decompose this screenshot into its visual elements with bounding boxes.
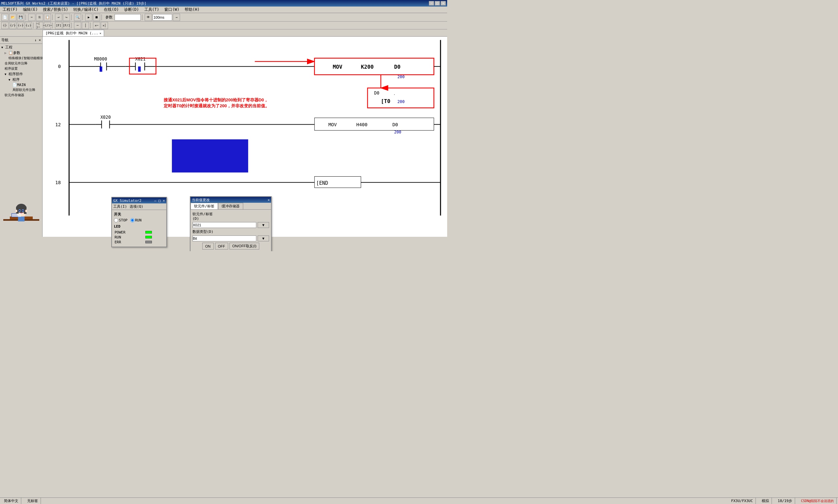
menu-tools[interactable]: 工具(T) [143,6,161,13]
func-button[interactable]: [F] [55,22,62,29]
tree-special-module[interactable]: 特殊模块(智能功能模块) [1,56,41,61]
paste-button[interactable]: 📋 [44,14,51,21]
gx-stop-radio[interactable]: STOP [114,218,128,222]
led-power-row: POWER [114,230,164,235]
tree-global-label: 全局软元件注释 [4,61,28,66]
nc-contact-button[interactable]: ┤/├ [9,22,16,29]
del-vline[interactable]: ✕│ [101,22,108,29]
vc-type-label: 数据类型(D) [192,229,215,234]
menu-help[interactable]: 帮助(H) [183,6,201,13]
tree-prog-parts[interactable]: ▼ 程序部件 [1,71,41,77]
t0-d0-label: D0 [374,91,379,95]
vc-tab-buffer[interactable]: 缓冲存储器 [218,203,243,209]
param-label: 参数 [104,15,114,20]
gx-sim-menu-options[interactable]: 选项(Q) [129,204,143,209]
vc-on-off-buttons: ON OFF ON/OFF取反(I) [192,243,269,250]
func2-button[interactable]: [F/] [63,22,70,29]
tree-device-label: 软元件存储器 [4,93,24,97]
cut-button[interactable]: ✂ [28,14,35,21]
pos-edge-button[interactable]: ┤↑├ [17,22,24,29]
tree-prog-setting[interactable]: 程序设置 [1,66,41,71]
vc-range-label: 可输入范围 [192,251,269,251]
stop-button[interactable]: ⏹ [93,14,100,21]
mov-op: MOV [333,64,342,70]
neg-edge-button[interactable]: ┤↓├ [25,22,32,29]
stop-radio-input[interactable] [114,218,118,222]
copy-button[interactable]: ⎘ [36,14,43,21]
vc-close-btn[interactable]: × [267,198,270,202]
tree-main[interactable]: 📄 MAIN [1,83,41,87]
tab-close-button[interactable]: × [100,32,101,35]
coil-button[interactable]: ─( )─ [36,22,43,29]
tree-local-comment[interactable]: 局部软元件注释 [1,87,41,93]
menu-search[interactable]: 搜索/替换(S) [41,6,69,13]
x020-label: X020 [101,115,111,120]
vc-tab-device[interactable]: 软元件/标签 [191,203,218,209]
sidebar-pin[interactable]: ↓ × [34,38,41,42]
vc-on-button[interactable]: ON [202,243,214,250]
mov-arg1: K200 [361,64,374,70]
arrow-right[interactable]: → [173,14,180,21]
led-section-label: LED [114,224,164,229]
m8000-label: M8000 [94,57,107,61]
vc-off-button[interactable]: OFF [215,243,228,250]
tree-main-icon: 📄 [13,83,17,87]
search-button[interactable]: 🔍 [74,14,81,21]
vc-type-input[interactable] [192,235,256,241]
vc-device-input-row: ▼ [192,222,269,228]
d0-value-12: 200 [394,130,401,134]
tree-param[interactable]: ▷ 📋 参数 [1,50,41,56]
menu-online[interactable]: 在线(O) [103,6,120,13]
run-radio-input[interactable] [130,218,135,222]
vc-device-label: 软元件/标签(D) [192,212,215,221]
gx-sim-controls[interactable]: — □ × [154,199,165,203]
time-input[interactable] [153,14,172,21]
run-label: RUN [135,218,142,222]
tree-special-label: 特殊模块(智能功能模块) [8,56,45,60]
menu-convert[interactable]: 转换/编译(C) [72,6,100,13]
annotation-text: 接通X021后MOV指令将十进制的200给到了寄存器D0， 定时器T0的计时接通… [164,97,269,109]
tree-project[interactable]: ▼ 工程 [1,44,41,50]
tree-device-mem[interactable]: 软元件存储器 [1,93,41,98]
menu-window[interactable]: 窗口(W) [163,6,181,13]
mov2-arg1: H400 [356,122,367,127]
rung-18-number: 18 [55,180,61,185]
tree-param-label: 参数 [13,50,20,55]
tree-prog-setting-label: 程序设置 [4,66,18,71]
vc-device-btn[interactable]: ▼ [258,222,269,228]
menu-edit[interactable]: 编辑(E) [22,6,39,13]
svg-rect-30 [315,58,434,75]
redo-button[interactable]: ↪ [63,14,70,21]
new-button[interactable]: 📄 [1,14,8,21]
tree-program-label: 程序 [13,77,20,82]
line-v[interactable]: │ [82,22,89,29]
no-contact-button[interactable]: ┤├ [1,22,8,29]
open-button[interactable]: 📂 [9,14,16,21]
save-button[interactable]: 💾 [17,14,24,21]
del-line[interactable]: ✕─ [93,22,100,29]
gx-sim-menu-tools[interactable]: 工具(I) [113,204,127,209]
svg-rect-42 [172,139,248,173]
monitor-button[interactable]: 👁 [145,14,152,21]
run-button[interactable]: ▶ [85,14,92,21]
menu-project[interactable]: 工程(F) [1,6,19,13]
close-button[interactable]: × [441,1,446,5]
tree-global-comment[interactable]: 全局软元件注释 [1,61,41,66]
vc-type-btn[interactable]: ▼ [258,235,269,241]
param-input[interactable] [115,14,141,21]
vc-toggle-button[interactable]: ON/OFF取反(I) [229,243,260,250]
line-h[interactable]: ─ [74,22,81,29]
minimize-button[interactable]: － [429,1,434,5]
run-status-label: RUN [114,235,145,240]
tree-main-label: MAIN [17,83,26,87]
undo-button[interactable]: ↩ [55,14,62,21]
vc-device-input[interactable] [192,222,256,228]
coil2-button[interactable]: ─(/)─ [44,22,51,29]
maximize-button[interactable]: □ [435,1,440,5]
menu-diag[interactable]: 诊断(D) [123,6,140,13]
title-text: MELSOFT系列 GX Works2 (工程未设置) - [[PRG]监视 执… [1,1,429,6]
tab-main[interactable]: [PRG]监视 执行中 MAIN (... × [42,30,104,36]
tree-program[interactable]: ▼ 程序 [1,77,41,83]
gx-run-radio[interactable]: RUN [130,218,142,222]
toolbar-1: 📄 📂 💾 ✂ ⎘ 📋 ↩ ↪ 🔍 ▶ ⏹ 参数 👁 → [0,13,447,22]
